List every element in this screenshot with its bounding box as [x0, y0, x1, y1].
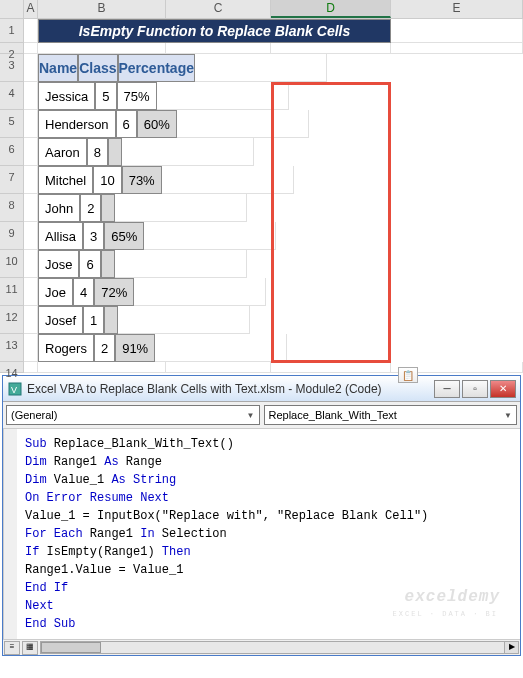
- cell-E4[interactable]: [157, 82, 289, 110]
- cell-class-9[interactable]: 3: [83, 222, 104, 250]
- paste-options-icon[interactable]: 📋: [398, 367, 418, 383]
- col-header-D[interactable]: D: [271, 0, 391, 18]
- row-header-6[interactable]: 6: [0, 138, 24, 166]
- row-header-13[interactable]: 13: [0, 334, 24, 362]
- header-class[interactable]: Class: [78, 54, 117, 82]
- cell-pct-5[interactable]: 60%: [137, 110, 177, 138]
- cell-E1[interactable]: [391, 19, 523, 43]
- scroll-right-icon[interactable]: ▶: [504, 642, 518, 653]
- maximize-button[interactable]: ▫: [462, 380, 488, 398]
- cell-pct-9[interactable]: 65%: [104, 222, 144, 250]
- cell-D2[interactable]: [271, 43, 391, 54]
- cell-E11[interactable]: [134, 278, 266, 306]
- cell-E5[interactable]: [177, 110, 309, 138]
- cell-class-6[interactable]: 8: [87, 138, 108, 166]
- cell-E12[interactable]: [118, 306, 250, 334]
- cell-E9[interactable]: [144, 222, 276, 250]
- grid[interactable]: IsEmpty Function to Replace Blank Cells …: [24, 19, 523, 373]
- cell-name-8[interactable]: John: [38, 194, 80, 222]
- cell-A9[interactable]: [24, 222, 38, 250]
- row-header-10[interactable]: 10: [0, 250, 24, 278]
- row-header-7[interactable]: 7: [0, 166, 24, 194]
- row-header-2[interactable]: 2: [0, 43, 24, 54]
- select-all-corner[interactable]: [0, 0, 24, 18]
- scrollbar-thumb[interactable]: [41, 642, 101, 653]
- vbe-titlebar[interactable]: V Excel VBA to Replace Blank Cells with …: [3, 376, 520, 402]
- view-full-icon[interactable]: ▦: [22, 641, 38, 655]
- cell-pct-7[interactable]: 73%: [122, 166, 162, 194]
- close-button[interactable]: ✕: [490, 380, 516, 398]
- row-header-1[interactable]: 1: [0, 19, 24, 43]
- cell-A10[interactable]: [24, 250, 38, 278]
- cell-class-13[interactable]: 2: [94, 334, 115, 362]
- cell-name-6[interactable]: Aaron: [38, 138, 87, 166]
- cell-A12[interactable]: [24, 306, 38, 334]
- row-header-14[interactable]: 14: [0, 362, 24, 373]
- cell-A2[interactable]: [24, 43, 38, 54]
- cell-name-7[interactable]: Mitchel: [38, 166, 93, 194]
- cell-A3[interactable]: [24, 54, 38, 82]
- cell-D14[interactable]: [271, 362, 391, 373]
- cell-A4[interactable]: [24, 82, 38, 110]
- row-header-4[interactable]: 4: [0, 82, 24, 110]
- cell-class-5[interactable]: 6: [116, 110, 137, 138]
- col-header-E[interactable]: E: [391, 0, 523, 18]
- cell-A7[interactable]: [24, 166, 38, 194]
- cell-B14[interactable]: [38, 362, 166, 373]
- cell-pct-10[interactable]: [101, 250, 115, 278]
- cell-class-10[interactable]: 6: [79, 250, 100, 278]
- cell-name-11[interactable]: Joe: [38, 278, 73, 306]
- code-editor[interactable]: Sub Replace_Blank_With_Text() Dim Range1…: [3, 429, 520, 639]
- cell-name-12[interactable]: Josef: [38, 306, 83, 334]
- cell-name-9[interactable]: Allisa: [38, 222, 83, 250]
- cell-B2[interactable]: [38, 43, 166, 54]
- cell-A8[interactable]: [24, 194, 38, 222]
- row-header-5[interactable]: 5: [0, 110, 24, 138]
- cell-class-8[interactable]: 2: [80, 194, 101, 222]
- cell-E3[interactable]: [195, 54, 327, 82]
- cell-class-11[interactable]: 4: [73, 278, 94, 306]
- cell-E7[interactable]: [162, 166, 294, 194]
- cell-class-12[interactable]: 1: [83, 306, 104, 334]
- cell-name-5[interactable]: Henderson: [38, 110, 116, 138]
- cell-C14[interactable]: [166, 362, 271, 373]
- cell-pct-11[interactable]: 72%: [94, 278, 134, 306]
- col-header-A[interactable]: A: [24, 0, 38, 18]
- minimize-button[interactable]: ─: [434, 380, 460, 398]
- cell-E10[interactable]: [115, 250, 247, 278]
- cell-name-10[interactable]: Jose: [38, 250, 79, 278]
- cell-pct-13[interactable]: 91%: [115, 334, 155, 362]
- cell-E13[interactable]: [155, 334, 287, 362]
- title-cell[interactable]: IsEmpty Function to Replace Blank Cells: [38, 19, 391, 43]
- cell-pct-8[interactable]: [101, 194, 115, 222]
- cell-A13[interactable]: [24, 334, 38, 362]
- cell-E8[interactable]: [115, 194, 247, 222]
- col-header-B[interactable]: B: [38, 0, 166, 18]
- row-header-11[interactable]: 11: [0, 278, 24, 306]
- cell-A11[interactable]: [24, 278, 38, 306]
- object-dropdown[interactable]: (General) ▼: [6, 405, 260, 425]
- cell-pct-6[interactable]: [108, 138, 122, 166]
- horizontal-scrollbar[interactable]: ▶: [40, 641, 519, 654]
- cell-A6[interactable]: [24, 138, 38, 166]
- header-percentage[interactable]: Percentage: [118, 54, 195, 82]
- cell-name-13[interactable]: Rogers: [38, 334, 94, 362]
- header-name[interactable]: Name: [38, 54, 78, 82]
- view-proc-icon[interactable]: ≡: [4, 641, 20, 655]
- procedure-dropdown[interactable]: Replace_Blank_With_Text ▼: [264, 405, 518, 425]
- row-header-9[interactable]: 9: [0, 222, 24, 250]
- cell-class-7[interactable]: 10: [93, 166, 121, 194]
- col-header-C[interactable]: C: [166, 0, 271, 18]
- cell-pct-4[interactable]: 75%: [117, 82, 157, 110]
- cell-E6[interactable]: [122, 138, 254, 166]
- row-header-3[interactable]: 3: [0, 54, 24, 82]
- cell-E2[interactable]: [391, 43, 523, 54]
- cell-name-4[interactable]: Jessica: [38, 82, 95, 110]
- row-header-12[interactable]: 12: [0, 306, 24, 334]
- cell-C2[interactable]: [166, 43, 271, 54]
- cell-A1[interactable]: [24, 19, 38, 43]
- cell-class-4[interactable]: 5: [95, 82, 116, 110]
- row-header-8[interactable]: 8: [0, 194, 24, 222]
- cell-A5[interactable]: [24, 110, 38, 138]
- cell-A14[interactable]: [24, 362, 38, 373]
